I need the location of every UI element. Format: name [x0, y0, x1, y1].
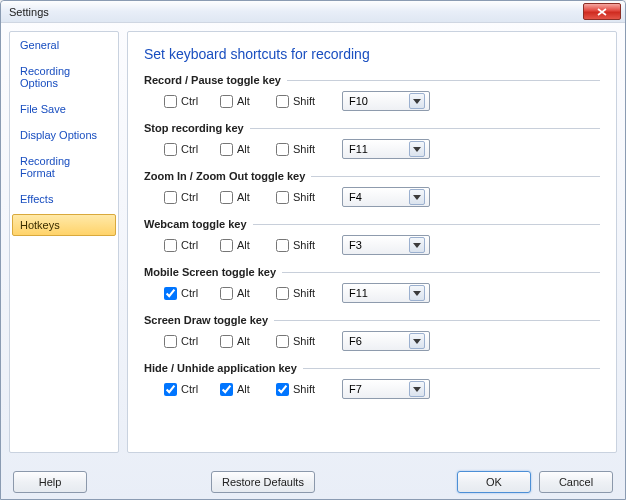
settings-sidebar: General Recording Options File Save Disp… [9, 31, 119, 453]
shift-checkbox-input[interactable] [276, 383, 289, 396]
alt-checkbox[interactable]: Alt [220, 95, 276, 108]
ctrl-checkbox-label: Ctrl [181, 143, 198, 155]
ctrl-checkbox-input[interactable] [164, 191, 177, 204]
alt-checkbox[interactable]: Alt [220, 191, 276, 204]
chevron-down-icon [409, 93, 425, 109]
shift-checkbox[interactable]: Shift [276, 239, 332, 252]
shift-checkbox-label: Shift [293, 335, 315, 347]
settings-window: Settings General Recording Options File … [0, 0, 626, 500]
key-select[interactable]: F3 [342, 235, 430, 255]
alt-checkbox-input[interactable] [220, 143, 233, 156]
shift-checkbox-input[interactable] [276, 191, 289, 204]
chevron-down-icon [409, 381, 425, 397]
separator-line [311, 176, 600, 177]
alt-checkbox-label: Alt [237, 95, 250, 107]
shift-checkbox-label: Shift [293, 287, 315, 299]
help-button[interactable]: Help [13, 471, 87, 493]
ok-button[interactable]: OK [457, 471, 531, 493]
ctrl-checkbox-input[interactable] [164, 383, 177, 396]
alt-checkbox-label: Alt [237, 143, 250, 155]
alt-checkbox-input[interactable] [220, 287, 233, 300]
sidebar-item-recording-format[interactable]: Recording Format [12, 150, 116, 184]
main-panel: Set keyboard shortcuts for recording Rec… [127, 31, 617, 453]
close-icon [597, 6, 607, 18]
key-select[interactable]: F4 [342, 187, 430, 207]
key-select[interactable]: F7 [342, 379, 430, 399]
ctrl-checkbox[interactable]: Ctrl [164, 287, 220, 300]
shift-checkbox[interactable]: Shift [276, 287, 332, 300]
shift-checkbox-label: Shift [293, 383, 315, 395]
ctrl-checkbox[interactable]: Ctrl [164, 143, 220, 156]
ctrl-checkbox-input[interactable] [164, 143, 177, 156]
ctrl-checkbox-label: Ctrl [181, 287, 198, 299]
key-select-value: F10 [349, 95, 409, 107]
hotkey-group-label: Webcam toggle key [144, 218, 600, 230]
separator-line [250, 128, 600, 129]
window-title: Settings [9, 6, 583, 18]
shift-checkbox[interactable]: Shift [276, 335, 332, 348]
shift-checkbox-input[interactable] [276, 287, 289, 300]
alt-checkbox[interactable]: Alt [220, 143, 276, 156]
alt-checkbox[interactable]: Alt [220, 239, 276, 252]
hotkey-group: Screen Draw toggle keyCtrlAltShiftF6 [144, 314, 600, 352]
hotkey-group: Zoom In / Zoom Out toggle keyCtrlAltShif… [144, 170, 600, 208]
alt-checkbox[interactable]: Alt [220, 335, 276, 348]
sidebar-item-file-save[interactable]: File Save [12, 98, 116, 120]
sidebar-item-recording-options[interactable]: Recording Options [12, 60, 116, 94]
shift-checkbox[interactable]: Shift [276, 191, 332, 204]
ctrl-checkbox[interactable]: Ctrl [164, 383, 220, 396]
hotkey-group: Stop recording keyCtrlAltShiftF11 [144, 122, 600, 160]
key-select[interactable]: F11 [342, 283, 430, 303]
key-select[interactable]: F11 [342, 139, 430, 159]
shift-checkbox[interactable]: Shift [276, 143, 332, 156]
ctrl-checkbox[interactable]: Ctrl [164, 335, 220, 348]
ctrl-checkbox[interactable]: Ctrl [164, 95, 220, 108]
shift-checkbox-label: Shift [293, 239, 315, 251]
sidebar-item-display-options[interactable]: Display Options [12, 124, 116, 146]
alt-checkbox-input[interactable] [220, 191, 233, 204]
shift-checkbox-input[interactable] [276, 95, 289, 108]
hotkey-group-label-text: Stop recording key [144, 122, 244, 134]
ctrl-checkbox-input[interactable] [164, 95, 177, 108]
shift-checkbox-input[interactable] [276, 143, 289, 156]
close-button[interactable] [583, 3, 621, 20]
shift-checkbox[interactable]: Shift [276, 383, 332, 396]
shift-checkbox-label: Shift [293, 143, 315, 155]
shift-checkbox-input[interactable] [276, 239, 289, 252]
shift-checkbox[interactable]: Shift [276, 95, 332, 108]
hotkey-group-label: Hide / Unhide application key [144, 362, 600, 374]
hotkey-group: Webcam toggle keyCtrlAltShiftF3 [144, 218, 600, 256]
alt-checkbox-input[interactable] [220, 95, 233, 108]
alt-checkbox-label: Alt [237, 287, 250, 299]
footer-bar: Help Restore Defaults OK Cancel [1, 471, 625, 493]
hotkey-group-label-text: Webcam toggle key [144, 218, 247, 230]
hotkey-group-label-text: Zoom In / Zoom Out toggle key [144, 170, 305, 182]
restore-defaults-button[interactable]: Restore Defaults [211, 471, 315, 493]
key-select-value: F4 [349, 191, 409, 203]
key-select-value: F11 [349, 287, 409, 299]
hotkey-group-label-text: Mobile Screen toggle key [144, 266, 276, 278]
sidebar-item-general[interactable]: General [12, 34, 116, 56]
key-select[interactable]: F10 [342, 91, 430, 111]
key-select-value: F7 [349, 383, 409, 395]
hotkey-group-label-text: Hide / Unhide application key [144, 362, 297, 374]
alt-checkbox-input[interactable] [220, 383, 233, 396]
key-select[interactable]: F6 [342, 331, 430, 351]
ctrl-checkbox[interactable]: Ctrl [164, 239, 220, 252]
hotkey-row: CtrlAltShiftF11 [144, 134, 600, 160]
key-select-value: F3 [349, 239, 409, 251]
ctrl-checkbox-label: Ctrl [181, 95, 198, 107]
alt-checkbox-input[interactable] [220, 239, 233, 252]
shift-checkbox-input[interactable] [276, 335, 289, 348]
cancel-button[interactable]: Cancel [539, 471, 613, 493]
sidebar-item-hotkeys[interactable]: Hotkeys [12, 214, 116, 236]
ctrl-checkbox-input[interactable] [164, 335, 177, 348]
sidebar-item-effects[interactable]: Effects [12, 188, 116, 210]
ctrl-checkbox-input[interactable] [164, 287, 177, 300]
alt-checkbox[interactable]: Alt [220, 383, 276, 396]
alt-checkbox-input[interactable] [220, 335, 233, 348]
ctrl-checkbox[interactable]: Ctrl [164, 191, 220, 204]
ctrl-checkbox-input[interactable] [164, 239, 177, 252]
alt-checkbox[interactable]: Alt [220, 287, 276, 300]
chevron-down-icon [409, 333, 425, 349]
